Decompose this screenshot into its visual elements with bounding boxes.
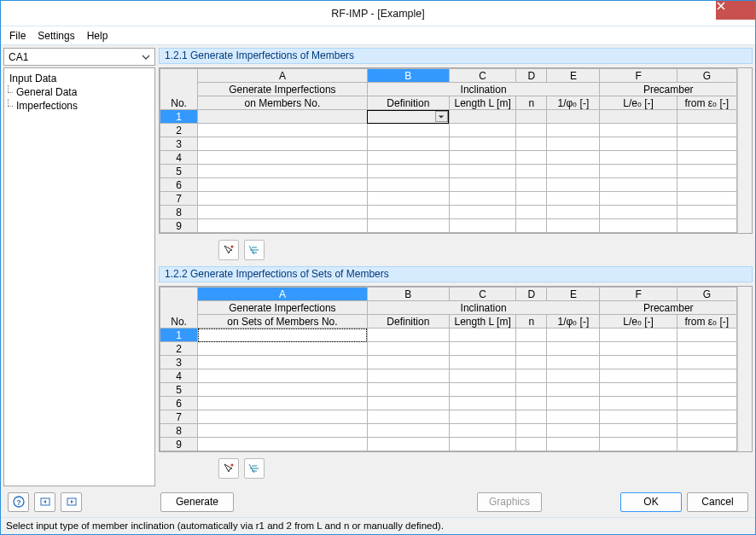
grid2-no-header: No. bbox=[160, 288, 198, 329]
left-panel: CA1 Input Data General Data Imperfection… bbox=[3, 48, 155, 486]
table-row[interactable]: 5 bbox=[160, 383, 737, 397]
table-row[interactable]: 3 bbox=[160, 137, 737, 151]
table-row[interactable]: 8 bbox=[160, 424, 737, 438]
grid1: No. A B C D E F G Generate Imperfections… bbox=[159, 67, 753, 234]
grid1-toolbar bbox=[159, 237, 753, 263]
window-title: RF-IMP - [Example] bbox=[331, 8, 425, 20]
grid1-hdr-prec: Precamber bbox=[600, 83, 737, 96]
grid2: No. A B C D E F G Generate Imperfections… bbox=[159, 286, 753, 452]
prev-button[interactable] bbox=[34, 492, 55, 512]
grid1-hdr-f: L/e₀ [-] bbox=[600, 96, 677, 110]
titlebar: RF-IMP - [Example] bbox=[1, 1, 755, 26]
table-row[interactable]: 2 bbox=[160, 124, 737, 137]
graphics-button[interactable]: Graphics bbox=[477, 492, 542, 512]
section2-title: 1.2.2 Generate Imperfections of Sets of … bbox=[159, 266, 753, 282]
grid1-col-e[interactable]: E bbox=[547, 69, 600, 83]
case-combo-value: CA1 bbox=[9, 51, 28, 63]
cancel-button[interactable]: Cancel bbox=[687, 492, 748, 512]
generate-button[interactable]: Generate bbox=[160, 492, 234, 512]
grid1-col-a[interactable]: A bbox=[198, 69, 368, 83]
grid2-col-b[interactable]: B bbox=[367, 288, 449, 301]
grid1-table[interactable]: No. A B C D E F G Generate Imperfections… bbox=[160, 68, 737, 233]
footer-bar: ? Generate Graphics OK Cancel bbox=[1, 486, 755, 517]
pick-from-model-button[interactable] bbox=[218, 240, 239, 260]
ok-button[interactable]: OK bbox=[620, 492, 682, 512]
grid1-scrollbar[interactable] bbox=[737, 68, 752, 233]
table-row[interactable]: 7 bbox=[160, 192, 737, 206]
grid2-col-c[interactable]: C bbox=[449, 288, 515, 301]
table-row[interactable]: 1 DIN 18800 E-E DIN 18800 E-P EN 1992-1-… bbox=[160, 110, 737, 124]
grid2-col-d[interactable]: D bbox=[516, 288, 547, 301]
table-row[interactable]: 9 bbox=[160, 438, 737, 451]
right-panel: 1.2.1 Generate Imperfections of Members … bbox=[159, 48, 753, 486]
close-button[interactable] bbox=[716, 1, 755, 20]
grid1-hdr-a2: on Members No. bbox=[198, 96, 368, 110]
menu-settings[interactable]: Settings bbox=[38, 30, 74, 42]
table-row[interactable]: 3 bbox=[160, 356, 737, 369]
svg-point-0 bbox=[231, 246, 234, 248]
grid1-col-f[interactable]: F bbox=[600, 69, 677, 83]
table-row[interactable]: 5 bbox=[160, 165, 737, 178]
table-row[interactable]: 1 bbox=[160, 329, 737, 342]
status-bar: Select input type of member inclination … bbox=[1, 517, 755, 534]
table-format-button[interactable] bbox=[244, 240, 265, 260]
table-row[interactable]: 6 bbox=[160, 178, 737, 192]
tree-item-imperfections[interactable]: Imperfections bbox=[6, 99, 153, 113]
table-row[interactable]: 8 bbox=[160, 206, 737, 219]
grid1-col-b[interactable]: B bbox=[367, 69, 449, 83]
table-row[interactable]: 9 bbox=[160, 219, 737, 233]
chevron-down-icon bbox=[139, 50, 153, 64]
grid1-hdr-a1: Generate Imperfections bbox=[198, 83, 368, 96]
content-area: CA1 Input Data General Data Imperfection… bbox=[1, 45, 755, 486]
menu-file[interactable]: File bbox=[9, 30, 26, 42]
table-row[interactable]: 4 bbox=[160, 369, 737, 383]
grid1-hdr-d: n bbox=[516, 96, 547, 110]
grid2-col-a[interactable]: A bbox=[198, 288, 368, 301]
dropdown-button[interactable] bbox=[435, 111, 448, 122]
grid1-col-d[interactable]: D bbox=[516, 69, 547, 83]
grid2-col-e[interactable]: E bbox=[547, 288, 600, 301]
table-row[interactable]: 2 bbox=[160, 342, 737, 356]
grid1-hdr-g: from ε₀ [-] bbox=[677, 96, 736, 110]
grid1-hdr-e: 1/φ₀ [-] bbox=[547, 96, 600, 110]
menu-help[interactable]: Help bbox=[87, 30, 108, 42]
section1-title: 1.2.1 Generate Imperfections of Members bbox=[159, 48, 753, 64]
table-row[interactable]: 6 bbox=[160, 397, 737, 410]
grid2-toolbar bbox=[159, 456, 753, 481]
definition-dropdown-list: DIN 18800 E-E DIN 18800 E-P EN 1992-1-1:… bbox=[368, 123, 450, 124]
definition-cell[interactable]: DIN 18800 E-E DIN 18800 E-P EN 1992-1-1:… bbox=[367, 110, 449, 124]
row-number[interactable]: 1 bbox=[160, 110, 198, 124]
help-button[interactable]: ? bbox=[8, 492, 29, 512]
tree-item-general-data[interactable]: General Data bbox=[6, 85, 153, 99]
pick-from-model-button[interactable] bbox=[218, 458, 239, 479]
grid1-hdr-incl: Inclination bbox=[367, 83, 600, 96]
svg-point-1 bbox=[231, 464, 234, 467]
grid2-col-f[interactable]: F bbox=[600, 288, 677, 301]
case-combo[interactable]: CA1 bbox=[3, 48, 155, 66]
grid1-col-g[interactable]: G bbox=[677, 69, 736, 83]
table-row[interactable]: 7 bbox=[160, 410, 737, 424]
app-window: RF-IMP - [Example] File Settings Help CA… bbox=[0, 0, 756, 535]
tree-root[interactable]: Input Data bbox=[6, 72, 153, 85]
table-format-button[interactable] bbox=[244, 458, 265, 479]
grid1-col-c[interactable]: C bbox=[449, 69, 515, 83]
menubar: File Settings Help bbox=[1, 26, 755, 45]
grid2-table[interactable]: No. A B C D E F G Generate Imperfections… bbox=[160, 287, 737, 451]
grid1-hdr-b: Definition bbox=[367, 96, 449, 110]
nav-tree: Input Data General Data Imperfections bbox=[3, 67, 155, 486]
grid1-no-header: No. bbox=[160, 69, 198, 110]
grid2-scrollbar[interactable] bbox=[737, 287, 752, 451]
svg-text:?: ? bbox=[16, 498, 21, 507]
next-button[interactable] bbox=[61, 492, 82, 512]
table-row[interactable]: 4 bbox=[160, 151, 737, 165]
grid1-hdr-c: Length L [m] bbox=[449, 96, 515, 110]
grid2-col-g[interactable]: G bbox=[677, 288, 736, 301]
